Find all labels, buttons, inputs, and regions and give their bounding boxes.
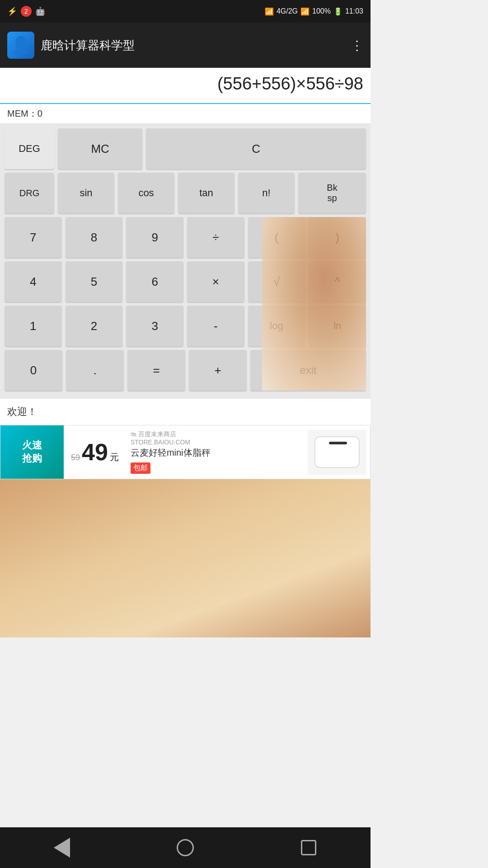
network-label: 4G/2G bbox=[277, 7, 298, 15]
btn-log[interactable]: log bbox=[248, 306, 305, 346]
mc-button[interactable]: MC bbox=[58, 128, 142, 169]
row-123: 1 2 3 - log ln bbox=[5, 306, 366, 346]
notification-icon: 2 bbox=[21, 6, 32, 17]
btn-rparen[interactable]: ) bbox=[309, 217, 366, 258]
battery-label: 100% bbox=[312, 7, 331, 15]
btn-7[interactable]: 7 bbox=[5, 217, 62, 258]
cos-button[interactable]: cos bbox=[118, 173, 174, 213]
btn-0[interactable]: 0 bbox=[5, 350, 62, 391]
ad-tag: 火速 抢购 bbox=[0, 425, 64, 479]
status-bar: ⚡ 2 🤖 📶 4G/2G 📶 100% 🔋 11:03 bbox=[0, 0, 371, 23]
btn-8[interactable]: 8 bbox=[66, 217, 123, 258]
welcome-area: 欢迎！ bbox=[0, 399, 371, 425]
calculator-body: DEG MC C DRG sin cos tan n! Bk sp 7 8 9 … bbox=[0, 124, 371, 399]
ad-product-image bbox=[308, 429, 366, 475]
status-right: 📶 4G/2G 📶 100% 🔋 11:03 bbox=[265, 7, 363, 16]
recents-icon bbox=[301, 840, 316, 855]
btn-exit[interactable]: exit bbox=[250, 350, 366, 391]
recents-button[interactable] bbox=[295, 834, 322, 861]
btn-6[interactable]: 6 bbox=[126, 261, 183, 302]
usb-icon: ⚡ bbox=[7, 6, 17, 16]
btn-pow[interactable]: ^ bbox=[309, 261, 366, 302]
row-deg-mc-c: DEG MC C bbox=[5, 128, 366, 169]
ad-banner[interactable]: 火速 抢购 59 49 元 🛍 百度未来商店 STORE.BAIOU.COM 云… bbox=[0, 425, 371, 479]
rows-with-image: 7 8 9 ÷ ( ) 4 5 6 × √ ^ 1 2 3 - log ln 0 bbox=[5, 217, 366, 391]
btn-div[interactable]: ÷ bbox=[187, 217, 244, 258]
status-left: ⚡ 2 🤖 bbox=[7, 6, 45, 17]
wifi-icon: 📶 bbox=[265, 7, 274, 16]
display-area: (556+556)×556÷98 bbox=[0, 68, 371, 104]
drg-button[interactable]: DRG bbox=[5, 173, 54, 213]
background-image-area bbox=[0, 479, 371, 637]
row-0-exit: 0 . = + exit bbox=[5, 350, 366, 391]
row-drg-sin-cos: DRG sin cos tan n! Bk sp bbox=[5, 173, 366, 213]
row-456: 4 5 6 × √ ^ bbox=[5, 261, 366, 302]
nav-bar bbox=[0, 827, 371, 868]
home-button[interactable] bbox=[172, 834, 199, 861]
btn-2[interactable]: 2 bbox=[66, 306, 123, 346]
deg-button[interactable]: DEG bbox=[5, 128, 54, 169]
nfact-button[interactable]: n! bbox=[238, 173, 295, 213]
back-button[interactable] bbox=[48, 834, 75, 861]
back-icon bbox=[54, 838, 70, 858]
btn-sub[interactable]: - bbox=[187, 306, 244, 346]
signal-icon: 📶 bbox=[300, 7, 310, 16]
btn-lparen[interactable]: ( bbox=[248, 217, 305, 258]
btn-eq[interactable]: = bbox=[127, 350, 185, 391]
menu-button[interactable]: ⋮ bbox=[351, 38, 363, 53]
btn-ln[interactable]: ln bbox=[309, 306, 366, 346]
app-header-left: 👤 鹿晗计算器科学型 bbox=[7, 32, 135, 59]
btn-9[interactable]: 9 bbox=[126, 217, 183, 258]
time-label: 11:03 bbox=[345, 7, 363, 15]
avatar: 👤 bbox=[7, 32, 34, 59]
ad-price: 49 bbox=[82, 439, 108, 466]
android-icon: 🤖 bbox=[35, 6, 45, 16]
btn-add[interactable]: + bbox=[189, 350, 247, 391]
btn-3[interactable]: 3 bbox=[126, 306, 183, 346]
btn-4[interactable]: 4 bbox=[5, 261, 62, 302]
ad-price-area: 59 49 元 bbox=[64, 439, 126, 466]
mem-row: MEM：0 bbox=[0, 104, 371, 124]
btn-dot[interactable]: . bbox=[66, 350, 124, 391]
backspace-button[interactable]: Bk sp bbox=[298, 173, 366, 213]
scale-image bbox=[314, 436, 360, 468]
btn-1[interactable]: 1 bbox=[5, 306, 62, 346]
expression-display: (556+556)×556÷98 bbox=[7, 74, 363, 94]
ad-currency: 元 bbox=[110, 451, 119, 463]
tan-button[interactable]: tan bbox=[178, 173, 235, 213]
home-icon bbox=[177, 839, 194, 856]
app-title: 鹿晗计算器科学型 bbox=[41, 38, 135, 53]
ad-original-price: 59 bbox=[71, 453, 80, 462]
app-header: 👤 鹿晗计算器科学型 ⋮ bbox=[0, 23, 371, 68]
ad-store: 🛍 百度未来商店 STORE.BAIOU.COM bbox=[131, 430, 303, 446]
sin-button[interactable]: sin bbox=[58, 173, 114, 213]
ad-text-area: 🛍 百度未来商店 STORE.BAIOU.COM 云麦好轻mini体脂秤 包邮 bbox=[126, 430, 308, 474]
mem-label: MEM：0 bbox=[7, 108, 42, 118]
btn-mul[interactable]: × bbox=[187, 261, 244, 302]
ad-product: 云麦好轻mini体脂秤 bbox=[131, 447, 303, 459]
btn-sqrt[interactable]: √ bbox=[248, 261, 305, 302]
btn-5[interactable]: 5 bbox=[66, 261, 123, 302]
c-button[interactable]: C bbox=[146, 128, 366, 169]
row-789: 7 8 9 ÷ ( ) bbox=[5, 217, 366, 258]
battery-icon: 🔋 bbox=[333, 7, 343, 16]
welcome-text: 欢迎！ bbox=[7, 406, 37, 417]
ad-shipping: 包邮 bbox=[131, 462, 150, 474]
